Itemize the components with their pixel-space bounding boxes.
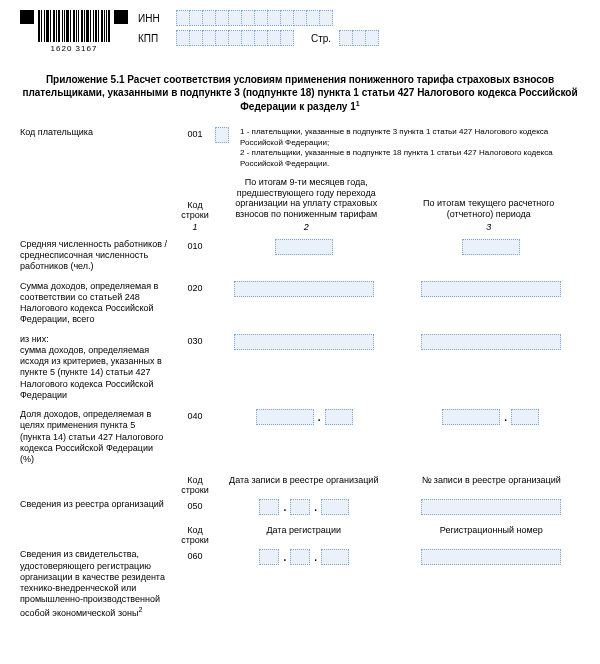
marker-square-left [20, 10, 34, 24]
cert-header: Код строки Дата регистрации Регистрацион… [20, 525, 580, 545]
input-040-col3-int[interactable] [442, 409, 500, 425]
input-060-day[interactable] [259, 549, 279, 565]
cert-label: Сведения из свидетельства, удостоверяюще… [20, 549, 175, 619]
header-code: Код строки [175, 200, 215, 220]
payer-code-label: Код плательщика [20, 127, 175, 138]
input-060-year[interactable] [321, 549, 349, 565]
input-010-col2[interactable] [275, 239, 333, 255]
row-020: Сумма доходов, определяемая в соответств… [20, 281, 580, 326]
kpp-input[interactable] [176, 30, 293, 46]
kpp-label: КПП [138, 33, 168, 44]
input-010-col3[interactable] [462, 239, 520, 255]
table-header: Код строки По итогам 9-ти месяцев года, … [20, 177, 580, 220]
input-040-col2-dec[interactable] [325, 409, 353, 425]
row-040: Доля доходов, определяемая в целях приме… [20, 409, 580, 465]
inn-input[interactable] [176, 10, 332, 26]
input-050-month[interactable] [290, 499, 310, 515]
input-060-month[interactable] [290, 549, 310, 565]
page-input[interactable] [339, 30, 378, 46]
document-title: Приложение 5.1 Расчет соответствия услов… [20, 73, 580, 113]
input-060-number[interactable] [421, 549, 561, 565]
input-030-col2[interactable] [234, 334, 374, 350]
input-020-col2[interactable] [234, 281, 374, 297]
line-code-001: 001 [175, 127, 215, 139]
column-numbers: 1 2 3 [20, 222, 580, 233]
header-col3: По итогам текущего расчетного (отчетного… [398, 198, 581, 220]
payer-code-notes: 1 - плательщики, указанные в подпункте 3… [228, 127, 580, 169]
barcode: 1620 3167 [38, 10, 110, 53]
decimal-dot: . [318, 412, 321, 423]
input-040-col2-int[interactable] [256, 409, 314, 425]
payer-code-row: Код плательщика 001 1 - плательщики, ука… [20, 127, 580, 169]
decimal-dot: . [504, 412, 507, 423]
input-040-col3-dec[interactable] [511, 409, 539, 425]
input-050-year[interactable] [321, 499, 349, 515]
page-label: Стр. [311, 33, 331, 44]
row-060: Сведения из свидетельства, удостоверяюще… [20, 549, 580, 619]
row-010: Средняя численность работников / среднес… [20, 239, 580, 273]
payer-code-input[interactable] [215, 127, 228, 169]
header-col2: По итогам 9-ти месяцев года, предшествую… [215, 177, 398, 220]
marker-square-right [114, 10, 128, 24]
inn-label: ИНН [138, 13, 168, 24]
barcode-number: 1620 3167 [51, 44, 98, 53]
barcode-block: 1620 3167 [20, 10, 128, 53]
id-fields: ИНН КПП Стр. [138, 10, 580, 50]
input-050-day[interactable] [259, 499, 279, 515]
row-030: из них: сумма доходов, определяемая исхо… [20, 334, 580, 402]
registry-header: Код строки Дата записи в реестре организ… [20, 475, 580, 495]
input-030-col3[interactable] [421, 334, 561, 350]
row-050: Сведения из реестра организаций 050 . . [20, 499, 580, 515]
input-020-col3[interactable] [421, 281, 561, 297]
input-050-number[interactable] [421, 499, 561, 515]
document-header: 1620 3167 ИНН КПП Стр. [20, 10, 580, 53]
